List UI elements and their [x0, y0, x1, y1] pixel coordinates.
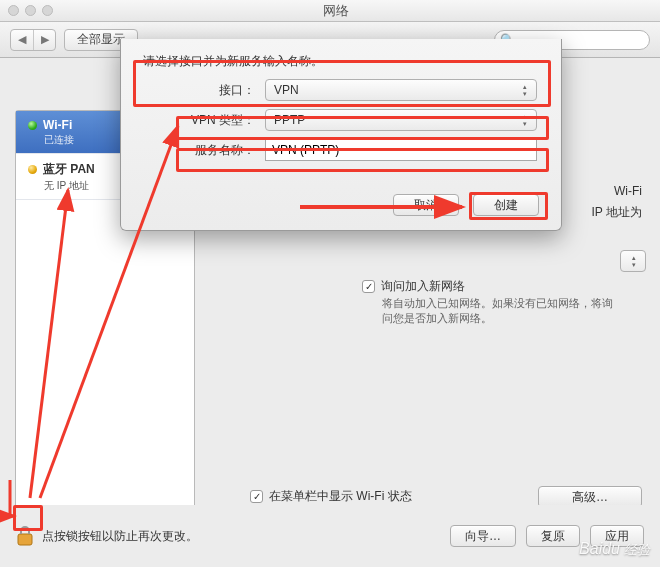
- ask-join-label: 询问加入新网络: [381, 278, 465, 295]
- new-service-sheet: 请选择接口并为新服务输入名称。 接口： VPN ▴▾ VPN 类型： PPTP …: [120, 39, 562, 231]
- select-arrows-icon: ▴▾: [518, 80, 532, 100]
- bottom-bar: 点按锁按钮以防止再次更改。 向导… 复原 应用: [0, 505, 660, 567]
- ask-join-help: 将自动加入已知网络。如果没有已知网络，将询问您是否加入新网络。: [382, 296, 622, 326]
- svg-rect-0: [18, 534, 32, 545]
- status-dot-connected-icon: [28, 121, 37, 130]
- create-button[interactable]: 创建: [473, 194, 539, 216]
- interface-select[interactable]: VPN ▴▾: [265, 79, 537, 101]
- watermark: Baidu 经验: [579, 540, 650, 559]
- titlebar: 网络: [0, 0, 660, 22]
- network-name-select[interactable]: ▴▾: [620, 250, 646, 272]
- vpn-type-value: PPTP: [274, 113, 305, 127]
- traffic-light-minimize-icon[interactable]: [25, 5, 36, 16]
- preferences-window: 网络 ◀ ▶ 全部显示 🔍 Wi-Fi 已连接: [0, 0, 660, 567]
- sidebar-item-label: 蓝牙 PAN: [43, 161, 95, 178]
- watermark-brand: Baidu: [579, 540, 620, 558]
- lock-text: 点按锁按钮以防止再次更改。: [42, 528, 198, 545]
- select-arrows-icon: ▴▾: [627, 251, 641, 271]
- interface-value: VPN: [274, 83, 299, 97]
- traffic-light-close-icon[interactable]: [8, 5, 19, 16]
- sheet-prompt: 请选择接口并为新服务输入名称。: [143, 53, 323, 70]
- lock-row: 点按锁按钮以防止再次更改。: [16, 525, 198, 547]
- forward-icon[interactable]: ▶: [33, 30, 55, 50]
- ask-join-checkbox[interactable]: ✓: [362, 280, 375, 293]
- assistant-button[interactable]: 向导…: [450, 525, 516, 547]
- status-wifi-label: Wi-Fi: [614, 184, 642, 198]
- cancel-button[interactable]: 取消: [393, 194, 459, 216]
- ask-join-checkbox-row: ✓ 询问加入新网络: [362, 278, 465, 295]
- back-icon[interactable]: ◀: [11, 30, 33, 50]
- watermark-sub: 经验: [624, 541, 650, 559]
- status-dot-noaddr-icon: [28, 165, 37, 174]
- vpn-type-select[interactable]: PPTP ▴▾: [265, 109, 537, 131]
- vpn-type-label: VPN 类型：: [173, 112, 265, 129]
- menubar-label: 在菜单栏中显示 Wi-Fi 状态: [269, 488, 412, 505]
- service-name-input[interactable]: [265, 139, 537, 161]
- service-name-label: 服务名称：: [173, 142, 265, 159]
- menubar-checkbox-row: ✓ 在菜单栏中显示 Wi-Fi 状态: [250, 488, 412, 505]
- window-title: 网络: [59, 2, 612, 20]
- interface-label: 接口：: [173, 82, 265, 99]
- select-arrows-icon: ▴▾: [518, 110, 532, 130]
- nav-back-forward[interactable]: ◀ ▶: [10, 29, 56, 51]
- sidebar-item-label: Wi-Fi: [43, 118, 72, 132]
- lock-icon[interactable]: [16, 525, 34, 547]
- traffic-light-zoom-icon[interactable]: [42, 5, 53, 16]
- status-ip-note: IP 地址为: [592, 204, 642, 221]
- revert-button[interactable]: 复原: [526, 525, 580, 547]
- show-menubar-checkbox[interactable]: ✓: [250, 490, 263, 503]
